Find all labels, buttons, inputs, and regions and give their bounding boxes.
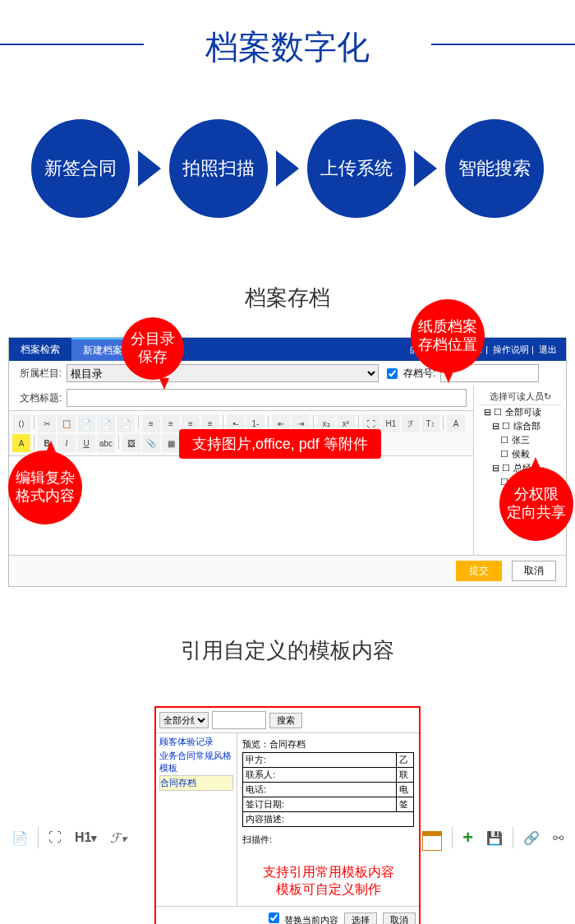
dialog-footer: 替换当前内容 选择 取消 [156,906,419,924]
field-label: 电话: [243,783,397,797]
heading-icon[interactable]: H1 [382,414,400,432]
label-directory: 所属栏目: [16,367,62,381]
paste-icon[interactable]: 📄 [77,414,95,432]
field-label: 签订日期: [243,797,397,812]
callout-share: 分权限 定向共享 [499,467,573,541]
template-section: 📄 ⛶ H1▾ ℱ▾ 🖼 📎 + 💾 🔗 ⚯ 全部分组 搜索 顾客体验记录 业务… [0,690,575,924]
strike-icon[interactable]: abc [97,434,115,452]
doc-title-input[interactable] [67,389,467,407]
refresh-icon[interactable]: ↻ [544,391,551,401]
template-tree: 顾客体验记录 业务合同常规风格模板 合同存档 [156,733,237,906]
editor-area: 文档标题: ⟨⟩ ✂ 📋 📄 📄 📄 ≡ ≡ ≡ ≡ [9,386,473,555]
color-icon[interactable]: A [447,414,465,432]
align-center-icon[interactable]: ≡ [162,414,180,432]
source-icon[interactable]: ⟨⟩ [12,414,30,432]
template-item[interactable]: 顾客体验记录 [159,735,233,749]
chevron-right-icon [276,150,299,187]
table-icon[interactable]: ▦ [162,434,180,452]
bgcolor-icon[interactable]: A [12,434,30,452]
replace-checkbox[interactable]: 替换当前内容 [265,915,338,924]
tab-search[interactable]: 档案检索 [9,338,71,361]
underline-icon[interactable]: U [77,434,95,452]
flow-step-2: 拍照扫描 [169,119,268,218]
attachment-icon[interactable]: 📎 [142,434,160,452]
template-callout: 支持引用常用模板内容 模板可自定义制作 [242,864,414,899]
save-icon[interactable]: 💾 [483,829,506,848]
cut-icon[interactable]: ✂ [38,414,56,432]
app-window: 档案检索 新建档案 ↻ 的资料| 重新登录| 操作说明| 退出 所属栏目: 根目… [8,337,567,587]
group-select[interactable]: 全部分组 [159,712,209,728]
heading-icon[interactable]: H1▾ [71,829,100,847]
callout-save: 分目录 保存 [122,317,184,380]
template-dialog: 全部分组 搜索 顾客体验记录 业务合同常规风格模板 合同存档 预览：合同存档 甲… [154,706,421,924]
template-search-input[interactable] [212,711,266,729]
scan-label: 扫描件: [242,827,414,852]
submit-button[interactable]: 提交 [456,561,502,581]
tree-node-all[interactable]: ⊟ ☐ 全部可读 [479,405,561,419]
preview-title: 预览：合同存档 [242,737,414,752]
cancel-button[interactable]: 取消 [512,561,556,581]
add-icon[interactable]: + [459,825,476,850]
chevron-right-icon [138,150,161,187]
callout-edit: 编辑复杂 格式内容 [8,450,82,524]
paste-text-icon[interactable]: 📄 [97,414,115,432]
align-left-icon[interactable]: ≡ [142,414,160,432]
field-label: 联系人: [243,768,397,783]
tree-node-user[interactable]: ☐ 侯毅 [479,447,561,461]
select-button[interactable]: 选择 [344,912,377,924]
template-preview: 预览：合同存档 甲方:乙 联系人:联 电话:电 签订日期:签 内容描述: 扫描件… [237,733,419,906]
cancel-button[interactable]: 取消 [383,912,416,924]
font-icon[interactable]: ℱ▾ [107,829,130,848]
section-title-archive: 档案存档 [0,284,575,312]
field-label: 甲方: [243,753,397,768]
hero-title: 档案数字化 [0,0,575,86]
font-icon[interactable]: ℱ [402,414,420,432]
fullscreen-icon[interactable]: ⛶ [45,829,65,847]
tree-node-dept[interactable]: ⊟ ☐ 综合部 [479,419,561,433]
preview-table: 甲方:乙 联系人:联 电话:电 签订日期:签 内容描述: [242,752,414,827]
flow-step-3: 上传系统 [307,119,406,218]
template-item-selected[interactable]: 合同存档 [159,775,233,791]
flow-step-1: 新签合同 [31,119,130,218]
archive-screenshot: 档案检索 新建档案 ↻ 的资料| 重新登录| 操作说明| 退出 所属栏目: 根目… [0,337,575,620]
chevron-right-icon [414,150,437,187]
image-icon[interactable]: 🖼 [122,434,140,452]
link-help[interactable]: 操作说明 [490,344,531,354]
template-item[interactable]: 业务合同常规风格模板 [159,749,233,775]
directory-select[interactable]: 根目录 [67,364,379,382]
callout-archive: 纸质档案 存档位置 [411,299,485,373]
process-flow: 新签合同 拍照扫描 上传系统 智能搜索 [0,86,575,267]
italic-icon[interactable]: I [58,434,76,452]
footer-buttons: 提交 取消 [9,555,566,586]
sidebar-title: 选择可读人员↻ [479,389,561,405]
page-icon[interactable]: 📄 [8,829,31,848]
paste-word-icon[interactable]: 📄 [117,414,135,432]
flow-step-4: 智能搜索 [445,119,544,218]
tree-node-user[interactable]: ☐ 张三 [479,433,561,447]
size-icon[interactable]: T↕ [421,414,439,432]
link-logout[interactable]: 退出 [536,344,559,354]
link-icon[interactable]: 🔗 [520,829,543,848]
label-doc-title: 文档标题: [16,391,62,405]
copy-icon[interactable]: 📋 [58,414,76,432]
search-button[interactable]: 搜索 [269,713,302,728]
field-label: 内容描述: [243,812,414,827]
template-icon[interactable] [419,823,445,852]
callout-attachments: 支持图片,office, pdf 等附件 [179,429,381,459]
dialog-toolbar: 全部分组 搜索 [156,708,419,733]
section-title-template: 引用自定义的模板内容 [0,636,575,665]
unlink-icon[interactable]: ⚯ [550,829,567,848]
